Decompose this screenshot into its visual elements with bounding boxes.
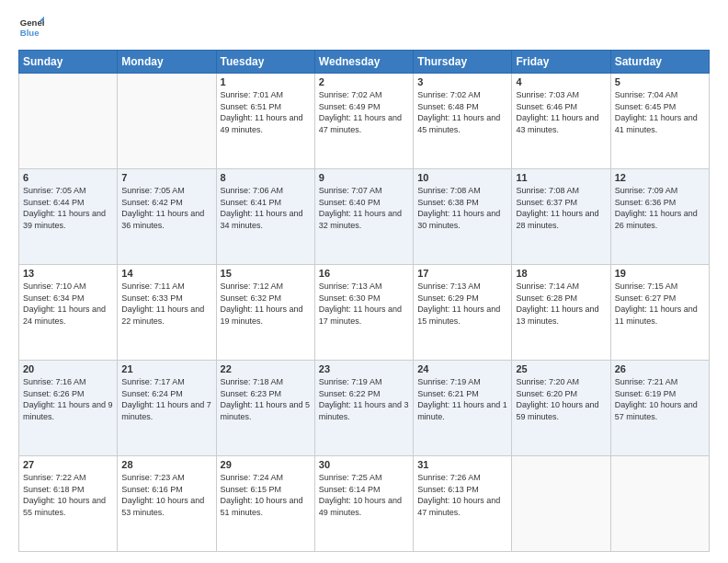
day-info: Sunrise: 7:20 AM Sunset: 6:20 PM Dayligh… bbox=[516, 376, 606, 422]
calendar-cell bbox=[19, 74, 118, 169]
day-number: 4 bbox=[516, 76, 606, 87]
day-info: Sunrise: 7:18 AM Sunset: 6:23 PM Dayligh… bbox=[221, 376, 311, 422]
day-number: 7 bbox=[121, 172, 211, 183]
day-number: 1 bbox=[221, 76, 311, 87]
calendar-cell: 22Sunrise: 7:18 AM Sunset: 6:23 PM Dayli… bbox=[216, 361, 314, 456]
calendar-cell: 16Sunrise: 7:13 AM Sunset: 6:30 PM Dayli… bbox=[314, 265, 413, 361]
day-number: 26 bbox=[615, 363, 705, 374]
calendar-cell: 10Sunrise: 7:08 AM Sunset: 6:38 PM Dayli… bbox=[414, 169, 512, 265]
calendar-week-row: 1Sunrise: 7:01 AM Sunset: 6:51 PM Daylig… bbox=[19, 74, 710, 169]
calendar-cell bbox=[610, 456, 709, 552]
day-info: Sunrise: 7:10 AM Sunset: 6:34 PM Dayligh… bbox=[23, 281, 113, 327]
day-info: Sunrise: 7:14 AM Sunset: 6:28 PM Dayligh… bbox=[516, 281, 606, 327]
calendar-cell: 13Sunrise: 7:10 AM Sunset: 6:34 PM Dayli… bbox=[19, 265, 118, 361]
calendar-cell: 5Sunrise: 7:04 AM Sunset: 6:45 PM Daylig… bbox=[610, 74, 709, 169]
day-info: Sunrise: 7:24 AM Sunset: 6:15 PM Dayligh… bbox=[221, 472, 311, 518]
calendar-cell: 19Sunrise: 7:15 AM Sunset: 6:27 PM Dayli… bbox=[610, 265, 709, 361]
calendar-cell: 6Sunrise: 7:05 AM Sunset: 6:44 PM Daylig… bbox=[19, 169, 118, 265]
logo: General Blue bbox=[18, 15, 44, 40]
calendar-cell bbox=[118, 74, 216, 169]
day-number: 20 bbox=[23, 363, 113, 374]
day-info: Sunrise: 7:22 AM Sunset: 6:18 PM Dayligh… bbox=[23, 472, 113, 518]
calendar-cell: 4Sunrise: 7:03 AM Sunset: 6:46 PM Daylig… bbox=[512, 74, 610, 169]
calendar-cell: 17Sunrise: 7:13 AM Sunset: 6:29 PM Dayli… bbox=[414, 265, 512, 361]
svg-text:General: General bbox=[20, 17, 44, 28]
day-info: Sunrise: 7:12 AM Sunset: 6:32 PM Dayligh… bbox=[221, 281, 311, 327]
day-number: 13 bbox=[23, 268, 113, 279]
day-number: 24 bbox=[417, 363, 507, 374]
weekday-header-cell: Monday bbox=[118, 51, 216, 74]
day-number: 8 bbox=[221, 172, 311, 183]
day-info: Sunrise: 7:05 AM Sunset: 6:42 PM Dayligh… bbox=[121, 185, 211, 231]
day-number: 2 bbox=[319, 76, 409, 87]
day-info: Sunrise: 7:03 AM Sunset: 6:46 PM Dayligh… bbox=[516, 89, 606, 135]
day-number: 5 bbox=[615, 76, 705, 87]
calendar-week-row: 13Sunrise: 7:10 AM Sunset: 6:34 PM Dayli… bbox=[19, 265, 710, 361]
day-number: 21 bbox=[121, 363, 211, 374]
logo-icon: General Blue bbox=[18, 15, 44, 40]
day-number: 3 bbox=[417, 76, 507, 87]
calendar-cell: 15Sunrise: 7:12 AM Sunset: 6:32 PM Dayli… bbox=[216, 265, 314, 361]
day-info: Sunrise: 7:06 AM Sunset: 6:41 PM Dayligh… bbox=[221, 185, 311, 231]
day-info: Sunrise: 7:13 AM Sunset: 6:29 PM Dayligh… bbox=[417, 281, 507, 327]
calendar-week-row: 6Sunrise: 7:05 AM Sunset: 6:44 PM Daylig… bbox=[19, 169, 710, 265]
calendar-cell: 18Sunrise: 7:14 AM Sunset: 6:28 PM Dayli… bbox=[512, 265, 610, 361]
calendar-week-row: 27Sunrise: 7:22 AM Sunset: 6:18 PM Dayli… bbox=[19, 456, 710, 552]
day-info: Sunrise: 7:19 AM Sunset: 6:21 PM Dayligh… bbox=[417, 376, 507, 422]
calendar-cell: 29Sunrise: 7:24 AM Sunset: 6:15 PM Dayli… bbox=[216, 456, 314, 552]
day-info: Sunrise: 7:17 AM Sunset: 6:24 PM Dayligh… bbox=[121, 376, 211, 422]
calendar-cell: 7Sunrise: 7:05 AM Sunset: 6:42 PM Daylig… bbox=[118, 169, 216, 265]
calendar-cell: 8Sunrise: 7:06 AM Sunset: 6:41 PM Daylig… bbox=[216, 169, 314, 265]
day-number: 28 bbox=[121, 459, 211, 470]
page: General Blue SundayMondayTuesdayWednesda… bbox=[0, 0, 728, 563]
day-number: 27 bbox=[23, 459, 113, 470]
day-info: Sunrise: 7:25 AM Sunset: 6:14 PM Dayligh… bbox=[319, 472, 409, 518]
day-number: 11 bbox=[516, 172, 606, 183]
day-info: Sunrise: 7:05 AM Sunset: 6:44 PM Dayligh… bbox=[23, 185, 113, 231]
calendar-cell: 28Sunrise: 7:23 AM Sunset: 6:16 PM Dayli… bbox=[118, 456, 216, 552]
day-number: 23 bbox=[319, 363, 409, 374]
calendar-cell: 20Sunrise: 7:16 AM Sunset: 6:26 PM Dayli… bbox=[19, 361, 118, 456]
day-info: Sunrise: 7:16 AM Sunset: 6:26 PM Dayligh… bbox=[23, 376, 113, 422]
day-number: 6 bbox=[23, 172, 113, 183]
day-info: Sunrise: 7:21 AM Sunset: 6:19 PM Dayligh… bbox=[615, 376, 705, 422]
day-info: Sunrise: 7:02 AM Sunset: 6:48 PM Dayligh… bbox=[417, 89, 507, 135]
day-number: 19 bbox=[615, 268, 705, 279]
weekday-header-cell: Thursday bbox=[414, 51, 512, 74]
weekday-header-cell: Tuesday bbox=[216, 51, 314, 74]
day-number: 25 bbox=[516, 363, 606, 374]
day-info: Sunrise: 7:04 AM Sunset: 6:45 PM Dayligh… bbox=[615, 89, 705, 135]
day-info: Sunrise: 7:08 AM Sunset: 6:38 PM Dayligh… bbox=[417, 185, 507, 231]
day-info: Sunrise: 7:13 AM Sunset: 6:30 PM Dayligh… bbox=[319, 281, 409, 327]
calendar-cell: 12Sunrise: 7:09 AM Sunset: 6:36 PM Dayli… bbox=[610, 169, 709, 265]
day-number: 17 bbox=[417, 268, 507, 279]
calendar-cell: 11Sunrise: 7:08 AM Sunset: 6:37 PM Dayli… bbox=[512, 169, 610, 265]
calendar-cell: 9Sunrise: 7:07 AM Sunset: 6:40 PM Daylig… bbox=[314, 169, 413, 265]
day-number: 30 bbox=[319, 459, 409, 470]
day-number: 9 bbox=[319, 172, 409, 183]
calendar-body: 1Sunrise: 7:01 AM Sunset: 6:51 PM Daylig… bbox=[19, 74, 710, 552]
calendar-cell: 25Sunrise: 7:20 AM Sunset: 6:20 PM Dayli… bbox=[512, 361, 610, 456]
weekday-header-cell: Saturday bbox=[610, 51, 709, 74]
day-number: 12 bbox=[615, 172, 705, 183]
day-number: 31 bbox=[417, 459, 507, 470]
calendar-cell bbox=[512, 456, 610, 552]
calendar-cell: 30Sunrise: 7:25 AM Sunset: 6:14 PM Dayli… bbox=[314, 456, 413, 552]
calendar-cell: 31Sunrise: 7:26 AM Sunset: 6:13 PM Dayli… bbox=[414, 456, 512, 552]
calendar-cell: 27Sunrise: 7:22 AM Sunset: 6:18 PM Dayli… bbox=[19, 456, 118, 552]
svg-text:Blue: Blue bbox=[20, 28, 40, 38]
calendar-week-row: 20Sunrise: 7:16 AM Sunset: 6:26 PM Dayli… bbox=[19, 361, 710, 456]
calendar-cell: 24Sunrise: 7:19 AM Sunset: 6:21 PM Dayli… bbox=[414, 361, 512, 456]
day-number: 22 bbox=[221, 363, 311, 374]
day-info: Sunrise: 7:08 AM Sunset: 6:37 PM Dayligh… bbox=[516, 185, 606, 231]
day-number: 16 bbox=[319, 268, 409, 279]
weekday-header-cell: Friday bbox=[512, 51, 610, 74]
weekday-header-row: SundayMondayTuesdayWednesdayThursdayFrid… bbox=[19, 51, 710, 74]
calendar-table: SundayMondayTuesdayWednesdayThursdayFrid… bbox=[18, 50, 710, 552]
day-info: Sunrise: 7:26 AM Sunset: 6:13 PM Dayligh… bbox=[417, 472, 507, 518]
weekday-header-cell: Sunday bbox=[19, 51, 118, 74]
day-info: Sunrise: 7:23 AM Sunset: 6:16 PM Dayligh… bbox=[121, 472, 211, 518]
day-info: Sunrise: 7:09 AM Sunset: 6:36 PM Dayligh… bbox=[615, 185, 705, 231]
calendar-cell: 14Sunrise: 7:11 AM Sunset: 6:33 PM Dayli… bbox=[118, 265, 216, 361]
calendar-cell: 26Sunrise: 7:21 AM Sunset: 6:19 PM Dayli… bbox=[610, 361, 709, 456]
